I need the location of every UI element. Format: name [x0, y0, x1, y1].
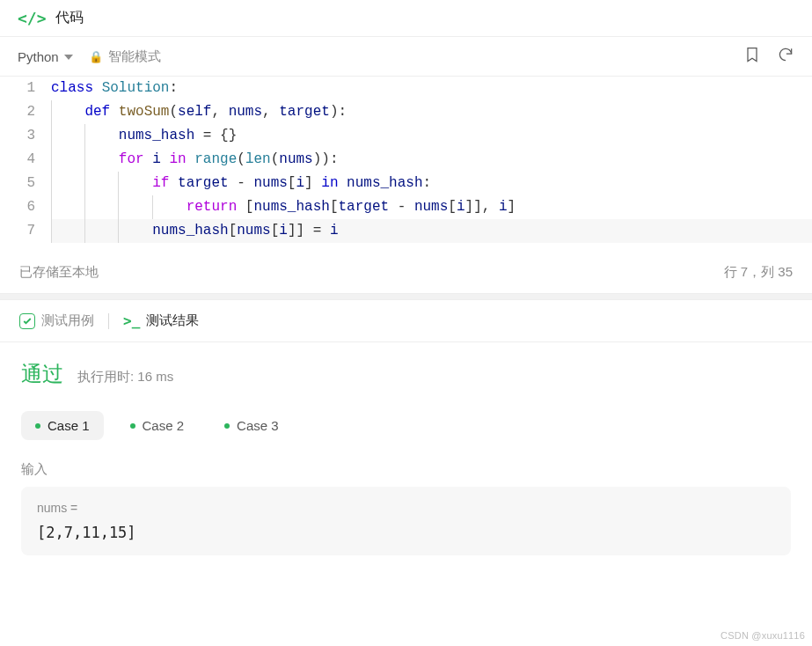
input-box: nums = [2,7,11,15] [21, 487, 791, 555]
code-line[interactable]: if target - nums[i] in nums_hash: [51, 172, 812, 195]
save-status: 已存储至本地 [19, 264, 99, 281]
input-section-label: 输入 [21, 461, 791, 478]
line-number: 5 [0, 172, 35, 195]
line-number: 1 [0, 77, 35, 100]
code-panel-header: </> 代码 [0, 0, 812, 36]
code-line[interactable]: return [nums_hash[target - nums[i]], i] [51, 195, 812, 219]
mode-indicator: 🔒 智能模式 [89, 48, 161, 65]
tab-test-cases-label: 测试用例 [41, 312, 94, 329]
panel-gap [0, 293, 812, 300]
tab-test-cases[interactable]: 测试用例 [19, 312, 94, 329]
case-tabs: Case 1 Case 2 Case 3 [21, 411, 791, 440]
case-label: Case 2 [143, 418, 185, 433]
line-number: 3 [0, 124, 35, 148]
status-dot-icon [35, 423, 40, 429]
code-editor[interactable]: 1 2 3 4 5 6 7 class Solution: def twoSum… [0, 77, 812, 246]
chevron-down-icon [64, 55, 73, 60]
code-line[interactable]: nums_hash = {} [51, 124, 812, 148]
line-number: 6 [0, 195, 35, 219]
pass-label: 通过 [21, 360, 63, 388]
editor-toolbar: Python 🔒 智能模式 [0, 37, 812, 76]
lock-icon: 🔒 [89, 50, 103, 63]
code-line[interactable]: class Solution: [51, 77, 812, 100]
runtime-label: 执行用时: 16 ms [77, 369, 173, 385]
code-icon: </> [18, 9, 47, 27]
bookmark-icon[interactable] [743, 46, 761, 67]
case-label: Case 3 [237, 418, 279, 433]
reset-icon[interactable] [777, 46, 794, 67]
results-tabs: 测试用例 >_ 测试结果 [0, 300, 812, 342]
case-3-button[interactable]: Case 3 [210, 411, 293, 440]
tab-test-results-label: 测试结果 [146, 312, 199, 329]
code-body[interactable]: class Solution: def twoSum(self, nums, t… [51, 77, 812, 243]
results-body: 通过 执行用时: 16 ms Case 1 Case 2 Case 3 输入 n… [0, 342, 812, 573]
editor-status-bar: 已存储至本地 行 7，列 35 [0, 246, 812, 293]
status-dot-icon [130, 423, 135, 429]
panel-title: 代码 [55, 9, 84, 27]
tab-divider [108, 313, 109, 329]
check-icon [19, 313, 35, 329]
line-number: 7 [0, 219, 35, 243]
code-line[interactable]: for i in range(len(nums)): [51, 148, 812, 172]
code-line[interactable]: def twoSum(self, nums, target): [51, 100, 812, 124]
status-dot-icon [224, 423, 230, 429]
code-line[interactable]: nums_hash[nums[i]] = i [51, 219, 812, 243]
line-number: 4 [0, 148, 35, 172]
mode-text: 智能模式 [108, 48, 161, 65]
case-2-button[interactable]: Case 2 [116, 411, 199, 440]
result-status-row: 通过 执行用时: 16 ms [21, 360, 791, 388]
tab-test-results[interactable]: >_ 测试结果 [123, 312, 199, 329]
watermark: CSDN @xuxu1116 [721, 630, 805, 641]
cursor-position: 行 7，列 35 [724, 264, 793, 281]
language-label: Python [18, 49, 59, 64]
terminal-icon: >_ [123, 312, 140, 329]
input-variable-name: nums = [37, 501, 775, 515]
line-gutter: 1 2 3 4 5 6 7 [0, 77, 51, 243]
line-number: 2 [0, 100, 35, 124]
case-1-button[interactable]: Case 1 [21, 411, 104, 440]
input-variable-value: [2,7,11,15] [37, 524, 775, 541]
case-label: Case 1 [48, 418, 90, 433]
language-selector[interactable]: Python [18, 49, 73, 64]
